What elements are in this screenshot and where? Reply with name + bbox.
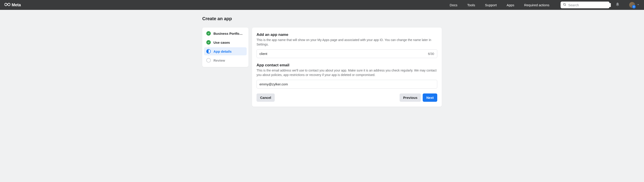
char-counter: 6/30 <box>428 52 434 56</box>
nav-docs[interactable]: Docs <box>450 3 457 7</box>
app-name-input[interactable] <box>256 49 437 58</box>
step-label: Business Portfo… <box>214 32 242 36</box>
app-name-description: This is the app name that will show on y… <box>256 38 437 46</box>
step-app-details[interactable]: App details <box>204 47 247 55</box>
step-use-cases[interactable]: Use cases <box>204 38 247 46</box>
search-box[interactable] <box>560 2 610 8</box>
avatar: f <box>629 2 635 8</box>
step-review[interactable]: Review <box>204 56 247 64</box>
page-container: Create an app Business Portfo… <box>199 10 445 113</box>
checkmark-icon <box>206 31 211 36</box>
brand-text: Meta <box>12 3 21 8</box>
top-nav: Docs Tools Support Apps Required actions <box>450 3 549 7</box>
nav-support[interactable]: Support <box>485 3 497 7</box>
half-circle-icon <box>206 49 211 54</box>
step-business-portfolio[interactable]: Business Portfo… <box>204 29 247 38</box>
layout: Business Portfo… Use cases A <box>202 28 442 107</box>
user-menu[interactable]: f <box>629 2 640 8</box>
empty-circle-icon <box>206 58 211 62</box>
nav-tools[interactable]: Tools <box>467 3 475 7</box>
search-icon <box>563 3 568 7</box>
email-input[interactable] <box>256 80 437 88</box>
infinity-icon <box>4 2 10 8</box>
top-header: Meta Docs Tools Support Apps Required ac… <box>0 0 644 10</box>
step-sidebar: Business Portfo… Use cases A <box>202 28 248 67</box>
email-description: This is the email address we'll use to c… <box>256 68 437 77</box>
search-input[interactable] <box>568 3 611 7</box>
step-label: Use cases <box>214 40 230 44</box>
app-name-label: Add an app name <box>256 32 437 37</box>
cancel-button[interactable]: Cancel <box>256 94 275 102</box>
email-label: App contact email <box>256 63 437 68</box>
nav-apps[interactable]: Apps <box>506 3 514 7</box>
meta-logo[interactable]: Meta <box>4 2 21 8</box>
email-group: App contact email This is the email addr… <box>256 63 437 88</box>
bell-icon[interactable] <box>611 2 620 8</box>
step-label: App details <box>214 50 232 53</box>
nav-required-actions[interactable]: Required actions <box>524 3 549 7</box>
chevron-down-icon <box>637 3 640 7</box>
svg-line-1 <box>565 5 566 6</box>
previous-button[interactable]: Previous <box>400 94 421 102</box>
button-row: Cancel Previous Next <box>256 94 437 102</box>
step-label: Review <box>214 58 225 62</box>
checkmark-icon <box>206 40 211 44</box>
step-list: Business Portfo… Use cases A <box>204 29 247 64</box>
main-panel: Add an app name This is the app name tha… <box>252 28 442 107</box>
facebook-badge-icon: f <box>632 5 636 8</box>
next-button[interactable]: Next <box>423 94 437 102</box>
page-title: Create an app <box>202 16 442 21</box>
svg-point-0 <box>564 3 566 6</box>
app-name-group: Add an app name This is the app name tha… <box>256 32 437 58</box>
